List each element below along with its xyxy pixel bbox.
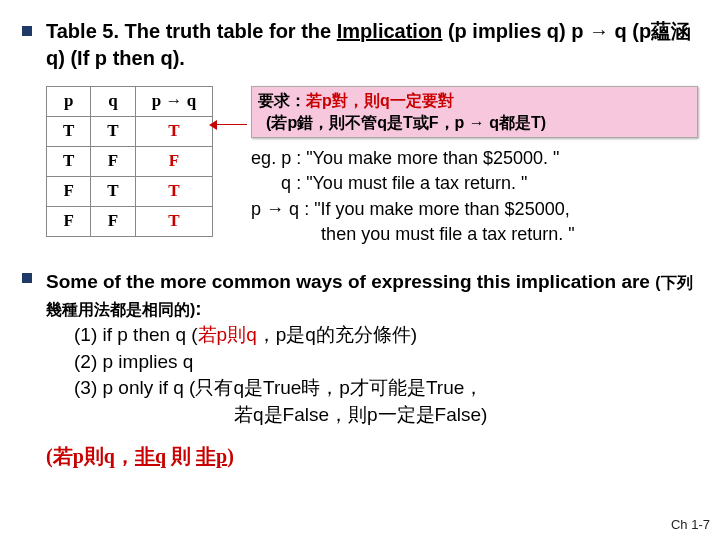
truth-table: p q p → q T T T T F F F T T F F: [46, 86, 213, 237]
th-pq: p → q: [135, 87, 212, 117]
table-row: T T T: [47, 116, 213, 146]
th-q: q: [91, 87, 135, 117]
way3: (3) p only if q (只有q是True時，p才可能是True，: [74, 377, 483, 398]
page-footer: Ch 1-7: [671, 516, 710, 534]
arrow-icon: [211, 124, 247, 125]
eg-l3: p → q : "If you make more than $25000,: [251, 197, 698, 222]
contra-np: 非p: [196, 445, 227, 467]
example-block: eg. p : "You make more than $25000. " q …: [251, 146, 698, 247]
title-row: Table 5. The truth table for the Implica…: [22, 18, 698, 72]
table-row: T F F: [47, 146, 213, 176]
th-p: p: [47, 87, 91, 117]
eg-l2: q : "You must file a tax return. ": [251, 171, 698, 196]
contra-nq: 非q: [135, 445, 166, 467]
bullet-icon: [22, 26, 32, 36]
way2: (2) p implies q: [74, 351, 193, 372]
table-row: F F T: [47, 206, 213, 236]
contra-close: ): [227, 445, 234, 467]
bullet-icon: [22, 273, 32, 283]
way3b: 若q是False，則p一定是False): [234, 402, 487, 429]
eg-l1: eg. p : "You make more than $25000. ": [251, 146, 698, 171]
contra-mid: 則: [166, 445, 196, 467]
highlight-red: 若p對，則q一定要對: [306, 92, 454, 109]
ways-colon: :: [195, 298, 201, 319]
highlight-box: 要求：若p對，則q一定要對 (若p錯，則不管q是T或F，p → q都是T): [251, 86, 698, 138]
highlight-line2: (若p錯，則不管q是T或F，p → q都是T): [258, 114, 546, 131]
ways-intro-a: Some of the more common ways of expressi…: [46, 271, 655, 292]
ways-body: Some of the more common ways of expressi…: [46, 269, 698, 429]
way1-red: 若p則q: [198, 324, 257, 345]
page-title: Table 5. The truth table for the Implica…: [46, 18, 698, 72]
contrapositive: (若p則q，非q 則 非p): [46, 443, 698, 470]
highlight-prefix: 要求：: [258, 92, 306, 109]
title-underlined: Implication: [337, 20, 443, 42]
ways-row: Some of the more common ways of expressi…: [22, 265, 698, 429]
way1a: (1) if p then q (: [74, 324, 198, 345]
contra-open: (: [46, 445, 53, 467]
way1b: ，p是q的充分條件): [257, 324, 417, 345]
table-row: F T T: [47, 176, 213, 206]
title-prefix: Table 5. The truth table for the: [46, 20, 337, 42]
eg-l4: then you must file a tax return. ": [251, 222, 698, 247]
contra-a: 若p則q，: [53, 445, 135, 467]
